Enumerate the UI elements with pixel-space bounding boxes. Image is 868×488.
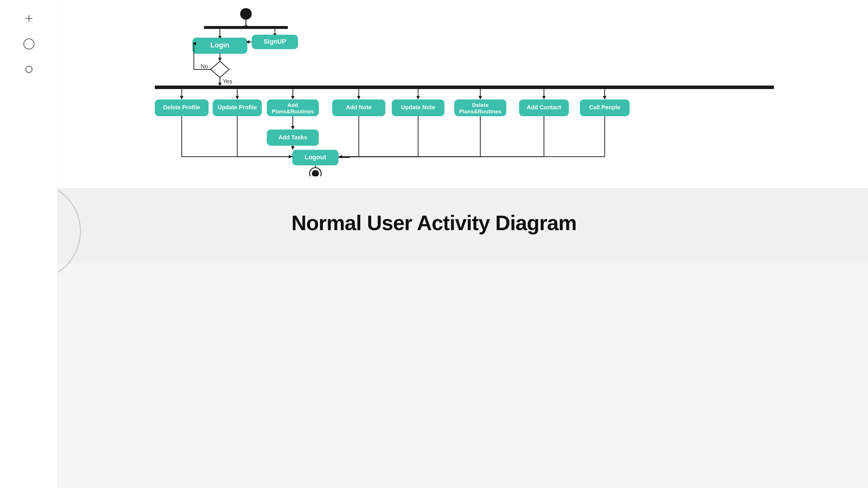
- svg-marker-13: [218, 58, 222, 61]
- delete-profile-label: Delete Profile: [163, 104, 200, 110]
- svg-marker-27: [357, 96, 361, 99]
- activity-diagram: Login SignUP No Yes: [72, 6, 854, 176]
- plus-icon[interactable]: [22, 11, 36, 26]
- svg-marker-33: [542, 96, 546, 99]
- logout-label: Logout: [305, 154, 327, 161]
- diagram-container: Login SignUP No Yes: [58, 0, 868, 188]
- sidebar: [0, 0, 58, 488]
- circle-large-icon[interactable]: [22, 37, 36, 51]
- update-note-label: Update Note: [401, 104, 435, 110]
- no-label: No: [200, 63, 208, 69]
- yes-label: Yes: [223, 78, 232, 85]
- add-plans-label2: Plans&Routines: [272, 108, 314, 115]
- page-title: Normal User Activity Diagram: [291, 211, 577, 235]
- add-tasks-label: Add Tasks: [278, 134, 307, 140]
- svg-marker-21: [180, 96, 183, 99]
- signup-label: SignUP: [264, 38, 286, 45]
- add-note-label: Add Note: [346, 104, 372, 110]
- svg-marker-37: [291, 126, 294, 130]
- svg-marker-29: [416, 96, 420, 99]
- svg-point-2: [24, 39, 34, 49]
- add-plans-label1: Add: [288, 102, 298, 108]
- add-contact-label: Add Contact: [527, 104, 561, 110]
- delete-plans-label1: Delete: [472, 102, 488, 108]
- svg-marker-31: [478, 96, 482, 99]
- delete-plans-label2: Plans&Routines: [459, 108, 501, 115]
- svg-point-3: [26, 66, 32, 72]
- update-profile-label: Update Profile: [218, 104, 257, 110]
- fork-bar: [204, 26, 288, 29]
- call-people-label: Call People: [589, 104, 620, 110]
- title-section: Normal User Activity Diagram: [0, 188, 868, 263]
- svg-marker-25: [291, 96, 294, 99]
- svg-marker-23: [236, 96, 239, 99]
- decision-node: [211, 61, 229, 77]
- svg-marker-35: [603, 96, 607, 99]
- main-content: Login SignUP No Yes: [58, 0, 868, 188]
- login-label: Login: [210, 41, 229, 49]
- join-bar: [155, 86, 774, 89]
- svg-marker-44: [291, 146, 294, 150]
- circle-small-icon[interactable]: [22, 62, 36, 76]
- start-node: [240, 8, 252, 20]
